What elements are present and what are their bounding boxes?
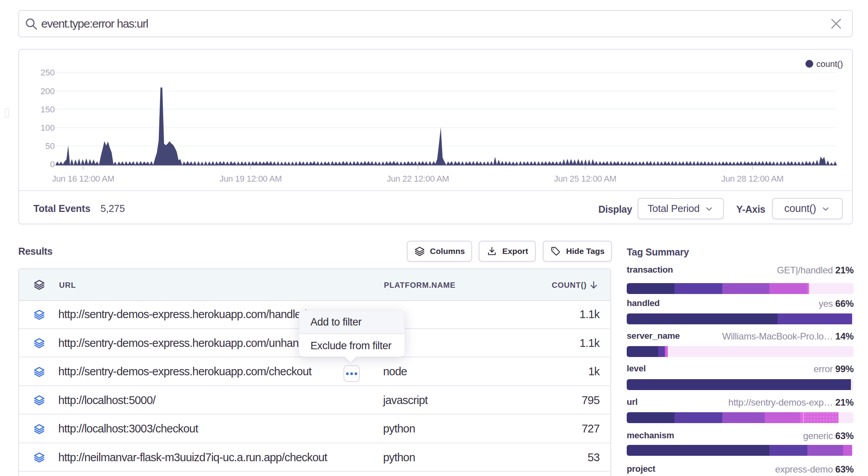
svg-text:Jun 28 12:00 AM: Jun 28 12:00 AM	[721, 174, 784, 184]
svg-text:0: 0	[50, 159, 55, 169]
svg-text:count(): count()	[816, 59, 843, 69]
svg-text:250: 250	[40, 68, 55, 77]
svg-text:Jun 25 12:00 AM: Jun 25 12:00 AM	[554, 174, 617, 184]
svg-text:200: 200	[40, 86, 55, 96]
svg-text:100: 100	[40, 123, 55, 133]
svg-text:Jun 16 12:00 AM: Jun 16 12:00 AM	[52, 174, 115, 184]
svg-text:Jun 19 12:00 AM: Jun 19 12:00 AM	[220, 174, 282, 184]
svg-text:Jun 22 12:00 AM: Jun 22 12:00 AM	[387, 174, 449, 184]
svg-text:50: 50	[45, 141, 55, 151]
svg-text:150: 150	[40, 105, 55, 114]
